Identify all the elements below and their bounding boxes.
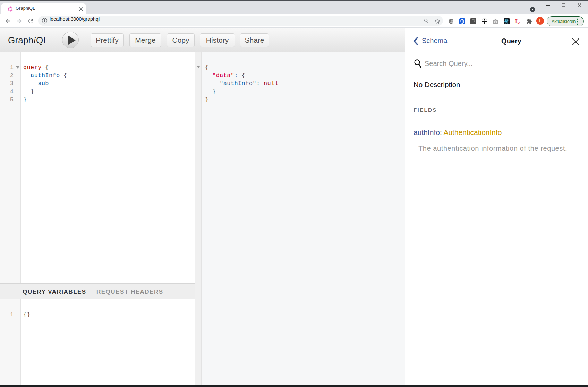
svg-text:p: p (518, 20, 520, 24)
